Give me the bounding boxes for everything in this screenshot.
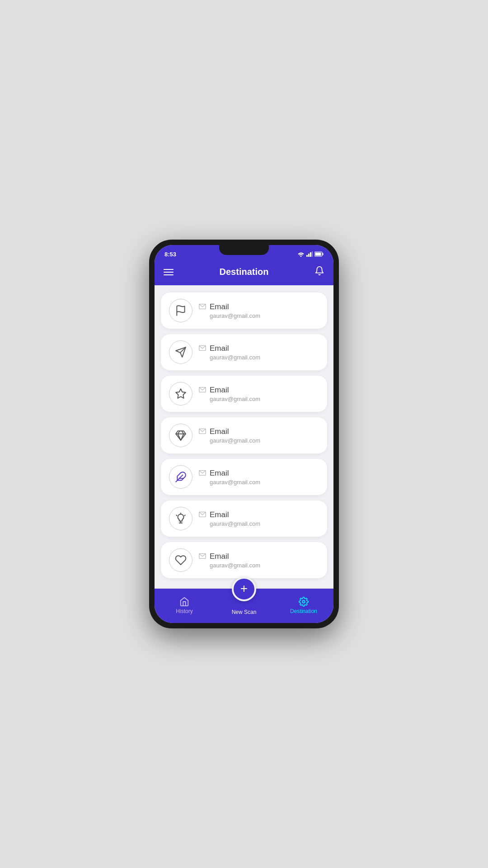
svg-marker-12 <box>176 389 186 398</box>
status-icons <box>297 251 324 257</box>
plus-icon: + <box>240 582 248 595</box>
envelope-icon <box>199 511 206 519</box>
item-email: gaurav@gmail.com <box>210 520 260 527</box>
item-content: Email gaurav@gmail.com <box>199 552 260 569</box>
svg-rect-6 <box>315 253 321 256</box>
bottom-navigation: + History New Scan Destination <box>155 589 333 623</box>
item-title: Email <box>210 386 229 395</box>
menu-icon[interactable] <box>164 269 174 275</box>
item-icon-bulb <box>169 507 192 530</box>
item-email: gaurav@gmail.com <box>210 479 260 486</box>
item-content: Email gaurav@gmail.com <box>199 344 260 361</box>
envelope-icon <box>199 344 206 353</box>
nav-item-history[interactable]: History <box>155 597 214 614</box>
item-icon-send <box>169 340 192 364</box>
list-item[interactable]: Email gaurav@gmail.com <box>161 417 327 453</box>
content-area: Email gaurav@gmail.com <box>155 285 333 589</box>
item-title: Email <box>210 552 229 561</box>
svg-rect-2 <box>310 252 311 257</box>
list-item[interactable]: Email gaurav@gmail.com <box>161 292 327 329</box>
envelope-icon <box>199 303 206 311</box>
wifi-icon <box>297 251 305 257</box>
item-icon-flag <box>169 299 192 322</box>
item-email: gaurav@gmail.com <box>210 562 260 569</box>
item-email: gaurav@gmail.com <box>210 354 260 361</box>
gear-icon <box>299 597 309 607</box>
item-title: Email <box>210 510 229 519</box>
item-title: Email <box>210 302 229 311</box>
list-item[interactable]: Email gaurav@gmail.com <box>161 542 327 578</box>
nav-history-label: History <box>176 608 192 614</box>
item-icon-diamond <box>169 424 192 447</box>
svg-rect-0 <box>306 255 308 257</box>
item-email: gaurav@gmail.com <box>210 312 260 319</box>
svg-rect-3 <box>312 251 313 257</box>
envelope-icon <box>199 428 206 436</box>
item-email: gaurav@gmail.com <box>210 437 260 444</box>
nav-new-scan-label: New Scan <box>232 609 257 615</box>
item-content: Email gaurav@gmail.com <box>199 302 260 319</box>
list-item[interactable]: Email gaurav@gmail.com <box>161 376 327 412</box>
phone-screen: 8:53 <box>155 245 333 623</box>
list-item[interactable]: Email gaurav@gmail.com <box>161 500 327 537</box>
item-content: Email gaurav@gmail.com <box>199 427 260 444</box>
phone-frame: 8:53 <box>149 240 339 628</box>
item-icon-pen <box>169 465 192 489</box>
app-header: Destination <box>155 261 333 285</box>
battery-icon <box>314 251 324 257</box>
svg-line-21 <box>176 515 177 515</box>
item-icon-star <box>169 382 192 406</box>
svg-point-25 <box>302 600 305 603</box>
envelope-icon <box>199 552 206 561</box>
item-icon-heart <box>169 548 192 572</box>
nav-item-destination[interactable]: Destination <box>274 597 333 614</box>
item-title: Email <box>210 427 229 436</box>
item-title: Email <box>210 344 229 353</box>
item-content: Email gaurav@gmail.com <box>199 469 260 486</box>
envelope-icon <box>199 386 206 394</box>
signal-icon <box>306 251 313 257</box>
svg-line-22 <box>184 515 185 515</box>
svg-rect-1 <box>308 254 310 257</box>
svg-rect-5 <box>323 253 324 255</box>
page-title: Destination <box>220 267 269 277</box>
status-time: 8:53 <box>164 251 176 258</box>
item-content: Email gaurav@gmail.com <box>199 510 260 527</box>
bell-icon[interactable] <box>314 266 324 278</box>
envelope-icon <box>199 469 206 477</box>
new-scan-fab[interactable]: + <box>232 577 256 601</box>
notch <box>219 245 269 255</box>
home-icon <box>179 597 189 607</box>
item-title: Email <box>210 469 229 478</box>
list-item[interactable]: Email gaurav@gmail.com <box>161 459 327 495</box>
item-content: Email gaurav@gmail.com <box>199 386 260 402</box>
list-item[interactable]: Email gaurav@gmail.com <box>161 334 327 370</box>
nav-destination-label: Destination <box>290 608 317 614</box>
item-email: gaurav@gmail.com <box>210 396 260 402</box>
